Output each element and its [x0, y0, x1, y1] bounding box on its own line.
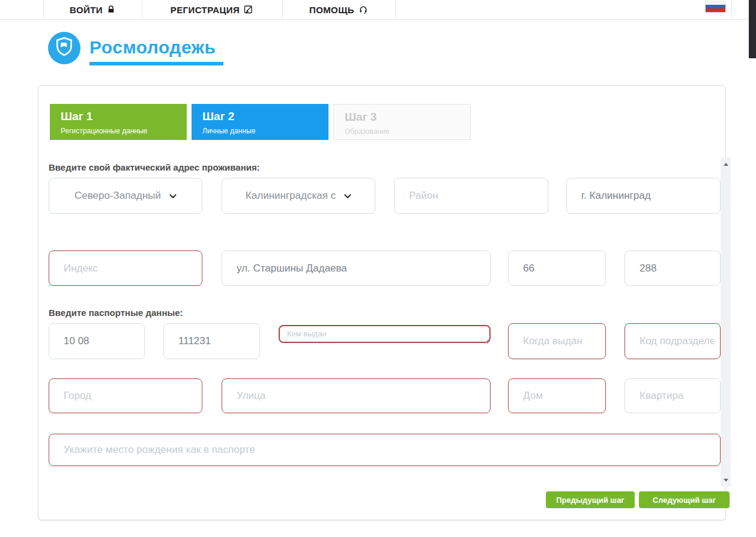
district-input[interactable]: [394, 178, 548, 214]
birth-house-input[interactable]: [508, 378, 606, 413]
issued-date-input[interactable]: [508, 323, 606, 359]
tab-step-2[interactable]: Шаг 2 Личные данные: [192, 104, 328, 140]
issued-by-textarea[interactable]: [279, 325, 491, 343]
street-input[interactable]: [222, 250, 491, 286]
house-input[interactable]: [508, 250, 606, 286]
step-3-title: Шаг 3: [345, 111, 470, 124]
next-step-button[interactable]: Следующий шаг: [639, 491, 730, 508]
postcode-input[interactable]: [49, 250, 202, 286]
logo-icon[interactable]: [48, 32, 80, 64]
tab-step-1[interactable]: Шаг 1 Регистрационные данные: [50, 104, 187, 140]
birth-city-input[interactable]: [49, 378, 202, 413]
division-code-input[interactable]: [624, 323, 721, 359]
address-section-label: Введите свой фактический адрес проживани…: [49, 162, 260, 172]
region-value: Калининградская с: [246, 190, 336, 202]
nav-login[interactable]: ВОЙТИ: [43, 0, 142, 20]
birth-street-input[interactable]: [222, 378, 491, 413]
browser-scrollbar-thumb[interactable]: [749, 0, 756, 58]
edit-icon: [244, 4, 253, 16]
step-2-title: Шаг 2: [202, 110, 328, 123]
nav-register-label: РЕГИСТРАЦИЯ: [171, 5, 240, 15]
chevron-down-icon: [344, 190, 351, 202]
federal-district-value: Северо-Западный: [74, 190, 161, 202]
birthplace-input[interactable]: [49, 434, 721, 466]
passport-series-input[interactable]: [49, 323, 145, 359]
page: ВОЙТИ РЕГИСТРАЦИЯ ПОМОЩЬ Росмолодежь Ша: [0, 0, 756, 537]
russian-flag-icon[interactable]: [706, 1, 725, 12]
scroll-down-icon[interactable]: [721, 475, 731, 485]
step-1-subtitle: Регистрационные данные: [61, 127, 187, 135]
logo-underline: [89, 62, 223, 65]
nav-login-label: ВОЙТИ: [70, 5, 103, 15]
lock-icon: [107, 5, 115, 16]
top-nav: ВОЙТИ РЕГИСТРАЦИЯ ПОМОЩЬ: [0, 0, 756, 20]
apartment-input[interactable]: [624, 250, 721, 286]
nav-register[interactable]: РЕГИСТРАЦИЯ: [142, 0, 282, 20]
passport-number-input[interactable]: [163, 323, 260, 359]
step-1-title: Шаг 1: [61, 110, 187, 123]
scroll-up-icon[interactable]: [721, 159, 731, 169]
previous-step-button[interactable]: Предыдущий шаг: [546, 491, 635, 508]
nav-help-label: ПОМОЩЬ: [309, 5, 354, 15]
birth-apartment-input[interactable]: [624, 378, 721, 413]
step-2-subtitle: Личные данные: [202, 127, 328, 135]
city-input[interactable]: [566, 178, 721, 214]
headset-icon: [358, 5, 368, 16]
tab-step-3[interactable]: Шаг 3 Образование: [333, 104, 471, 140]
federal-district-select[interactable]: Северо-Западный: [49, 178, 202, 214]
passport-section-label: Введите паспортные данные:: [49, 308, 183, 318]
logo-title: Росмолодежь: [89, 37, 216, 58]
nav-help[interactable]: ПОМОЩЬ: [282, 0, 395, 20]
chevron-down-icon: [169, 190, 177, 202]
step-3-subtitle: Образование: [345, 127, 470, 136]
region-select[interactable]: Калининградская с: [222, 178, 375, 214]
shield-icon: [54, 36, 74, 60]
form-scrollbar[interactable]: [721, 157, 731, 487]
